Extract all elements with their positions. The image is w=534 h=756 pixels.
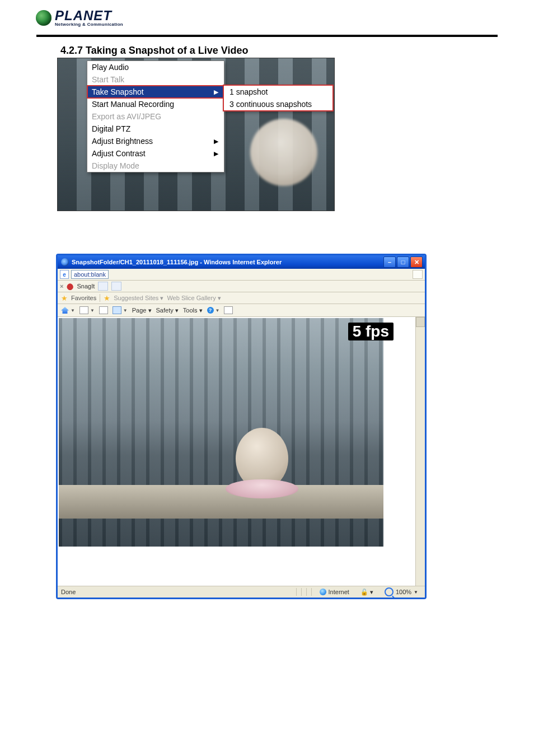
context-menu[interactable]: Play AudioStart TalkTake Snapshot▶Start … — [87, 60, 224, 172]
close-button[interactable]: ✕ — [410, 256, 423, 268]
menu-item-digital-ptz[interactable]: Digital PTZ — [87, 123, 224, 135]
menu-item-label: Start Manual Recording — [92, 100, 174, 109]
content-area: 5 fps — [58, 317, 425, 586]
address-bar[interactable]: about:blank — [71, 270, 109, 279]
internet-zone-icon — [320, 589, 326, 595]
zone-label: Internet — [329, 589, 349, 595]
video-subject — [250, 119, 317, 186]
suggested-sites-link[interactable]: Suggested Sites ▾ — [114, 295, 163, 302]
menu-item-label: Play Audio — [92, 63, 129, 72]
logo-brand: PLANET — [55, 9, 123, 22]
zoom-value: 100% — [396, 589, 411, 595]
tools-menu[interactable]: Tools ▾ — [183, 307, 203, 314]
extra-tool-icon[interactable] — [224, 306, 233, 314]
menu-item-label: Adjust Brightness — [92, 137, 153, 146]
feeds-icon — [79, 306, 88, 314]
favorites-label[interactable]: Favorites — [71, 295, 96, 301]
status-done: Done — [61, 589, 76, 595]
section-heading: 4.2.7 Taking a Snapshot of a Live Video — [60, 45, 534, 57]
ie-window: SnapshotFolder/CH1_20111018_111156.jpg -… — [56, 254, 427, 599]
submenu-arrow-icon: ▶ — [214, 138, 218, 145]
menu-item-label: Start Talk — [92, 75, 124, 84]
vertical-scrollbar[interactable] — [415, 317, 425, 586]
feeds-button[interactable]: ▼ — [79, 306, 95, 314]
print-button[interactable]: ▼ — [113, 306, 128, 314]
favorites-star-icon[interactable]: ★ — [61, 294, 68, 302]
menu-item-export-as-avi-jpeg: Export as AVI/JPEG — [87, 110, 224, 123]
print-icon — [113, 306, 121, 314]
security-zone[interactable]: Internet — [316, 589, 353, 595]
status-bar: Done Internet 🔓 ▾ 100% ▼ — [58, 586, 425, 598]
minimize-button[interactable]: – — [383, 256, 396, 268]
window-title: SnapshotFolder/CH1_20111018_111156.jpg -… — [72, 259, 282, 265]
logo-globe-icon — [36, 10, 51, 26]
command-bar: ▼ ▼ ▼ Page ▾ Safety ▾ Tools ▾ ?▼ — [58, 304, 425, 317]
page-icon: e — [60, 270, 69, 279]
zoom-control[interactable]: 100% ▼ — [381, 587, 421, 596]
menu-item-label: Export as AVI/JPEG — [92, 112, 161, 121]
snapshot-submenu[interactable]: 1 snapshot3 continuous snapshots — [223, 85, 333, 111]
menu-item-adjust-brightness[interactable]: Adjust Brightness▶ — [87, 135, 224, 147]
header-divider — [36, 35, 498, 37]
snagit-toolbar: × ⬤ SnagIt — [58, 281, 425, 292]
home-button[interactable]: ▼ — [61, 307, 75, 314]
menu-item-play-audio[interactable]: Play Audio — [87, 61, 224, 73]
close-toolbar-icon[interactable]: × — [60, 283, 63, 290]
fav-add-icon[interactable]: ★ — [104, 294, 110, 302]
brand-header: PLANET Networking & Communication — [0, 6, 534, 31]
maximize-button[interactable]: □ — [397, 256, 409, 268]
help-icon: ? — [207, 307, 214, 314]
zoom-icon — [385, 587, 394, 596]
help-button[interactable]: ?▼ — [207, 307, 220, 314]
submenu-item-1-snapshot[interactable]: 1 snapshot — [224, 86, 332, 98]
photo-sill — [59, 485, 383, 519]
web-slice-link[interactable]: Web Slice Gallery ▾ — [167, 295, 221, 302]
compat-view-icon[interactable] — [413, 270, 423, 279]
home-icon — [61, 307, 69, 314]
snagit-logo-icon: ⬤ — [67, 283, 73, 290]
photo-subject — [226, 418, 298, 502]
mail-icon — [99, 306, 108, 314]
title-bar[interactable]: SnapshotFolder/CH1_20111018_111156.jpg -… — [58, 255, 425, 269]
menu-item-display-mode: Display Mode — [87, 160, 224, 172]
snagit-capture-icon[interactable] — [98, 282, 108, 291]
menu-item-start-talk: Start Talk — [87, 73, 224, 86]
fps-overlay: 5 fps — [348, 323, 394, 340]
favorites-bar: ★ Favorites ★ Suggested Sites ▾ Web Slic… — [58, 292, 425, 304]
scroll-up-icon[interactable] — [416, 317, 425, 327]
address-bar-row: e about:blank — [58, 269, 425, 281]
menu-item-label: Display Mode — [92, 161, 139, 170]
snagit-settings-icon[interactable] — [111, 282, 121, 291]
logo: PLANET Networking & Communication — [36, 9, 123, 27]
menu-item-start-manual-recording[interactable]: Start Manual Recording — [87, 98, 224, 110]
menu-item-label: Digital PTZ — [92, 124, 130, 133]
ie-icon — [61, 258, 69, 266]
menu-item-label: Adjust Contrast — [92, 149, 146, 158]
snagit-label: SnagIt — [77, 283, 95, 290]
logo-tagline: Networking & Communication — [55, 22, 123, 27]
read-mail-button[interactable] — [99, 306, 108, 314]
submenu-arrow-icon: ▶ — [214, 150, 218, 157]
page-menu[interactable]: Page ▾ — [132, 307, 152, 314]
menu-item-label: Take Snapshot — [92, 87, 144, 96]
submenu-item-3-continuous-snapshots[interactable]: 3 continuous snapshots — [224, 98, 332, 110]
figure-context-menu: Play AudioStart TalkTake Snapshot▶Start … — [57, 58, 335, 211]
chevron-down-icon: ▼ — [414, 590, 418, 595]
menu-item-adjust-contrast[interactable]: Adjust Contrast▶ — [87, 147, 224, 160]
safety-menu[interactable]: Safety ▾ — [156, 307, 179, 314]
protected-mode-icon[interactable]: 🔓 ▾ — [357, 589, 377, 596]
submenu-arrow-icon: ▶ — [214, 88, 218, 96]
menu-item-take-snapshot[interactable]: Take Snapshot▶ — [87, 86, 224, 98]
